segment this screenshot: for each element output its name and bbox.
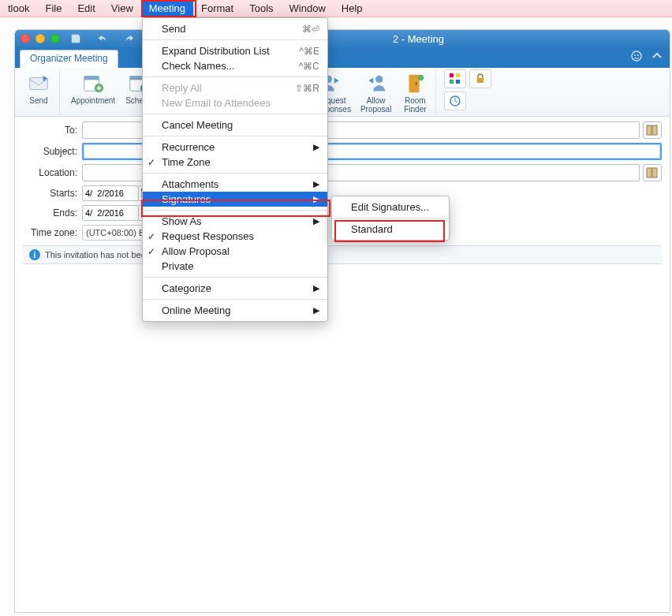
- svg-point-18: [418, 74, 424, 80]
- svg-rect-26: [652, 125, 657, 135]
- submenu-arrow-icon: ▶: [313, 194, 319, 204]
- menu-edit[interactable]: Edit: [69, 0, 103, 17]
- traffic-light-close[interactable]: [21, 34, 30, 43]
- menu-signatures[interactable]: Signatures▶: [143, 192, 327, 207]
- svg-point-5: [637, 54, 639, 56]
- menu-online-meeting[interactable]: Online Meeting▶: [143, 303, 327, 318]
- svg-rect-25: [647, 125, 651, 135]
- menu-check-names[interactable]: Check Names...^⌘C: [143, 58, 327, 73]
- address-book-button[interactable]: [643, 121, 662, 139]
- room-picker-button[interactable]: [643, 164, 662, 181]
- send-label: Send: [29, 96, 47, 105]
- timezone-label: Time zone:: [23, 227, 82, 238]
- location-label: Location:: [23, 167, 82, 178]
- appointment-label: Appointment: [71, 96, 115, 105]
- submenu-arrow-icon: ▶: [313, 283, 319, 293]
- menu-send[interactable]: Send⌘⏎: [143, 21, 327, 36]
- menu-file[interactable]: File: [37, 0, 69, 17]
- allow-proposal-label: Allow Proposal: [360, 96, 391, 114]
- svg-rect-20: [456, 73, 460, 77]
- shortcut-text: ⌘⏎: [302, 24, 319, 35]
- app-menu-outlook[interactable]: tlook: [0, 0, 37, 17]
- menu-format[interactable]: Format: [193, 0, 241, 17]
- menu-recurrence[interactable]: Recurrence▶: [143, 140, 327, 155]
- tab-organizer-meeting[interactable]: Organizer Meeting: [20, 50, 118, 68]
- send-icon: [26, 71, 51, 96]
- room-finder-button[interactable]: Room Finder: [398, 69, 432, 115]
- menu-private[interactable]: Private: [143, 259, 327, 274]
- meeting-menu: Send⌘⏎ Expand Distribution List^⌘E Check…: [142, 17, 328, 322]
- door-icon: [402, 71, 427, 96]
- timezone-button[interactable]: [444, 91, 466, 110]
- ribbon-tabbar: Organizer Meeting: [15, 47, 670, 68]
- menu-help[interactable]: Help: [334, 0, 371, 17]
- ribbon: Send Appointment Schedu Busy Minutes: [15, 68, 670, 117]
- submenu-standard[interactable]: Standard: [332, 222, 449, 237]
- ends-label: Ends:: [23, 207, 82, 218]
- checkmark-icon: ✓: [147, 231, 155, 242]
- svg-rect-21: [450, 80, 454, 84]
- checkmark-icon: ✓: [147, 246, 155, 257]
- invitation-notice: i This invitation has not bee: [23, 245, 662, 264]
- menu-attachments[interactable]: Attachments▶: [143, 177, 327, 192]
- person-arrow-back-icon: [364, 71, 389, 96]
- notice-text: This invitation has not bee: [45, 250, 146, 259]
- menu-tools[interactable]: Tools: [241, 0, 281, 17]
- private-button[interactable]: [469, 69, 491, 88]
- submenu-edit-signatures[interactable]: Edit Signatures...: [332, 200, 449, 215]
- svg-point-4: [634, 54, 636, 56]
- categorize-button[interactable]: [444, 69, 466, 88]
- menu-expand-distribution[interactable]: Expand Distribution List^⌘E: [143, 43, 327, 58]
- menu-time-zone[interactable]: ✓Time Zone: [143, 155, 327, 170]
- calendar-plus-icon: [80, 71, 106, 96]
- emoji-icon[interactable]: [630, 50, 643, 65]
- svg-point-17: [416, 82, 418, 84]
- menu-view[interactable]: View: [103, 0, 141, 17]
- submenu-arrow-icon: ▶: [313, 305, 319, 315]
- traffic-light-zoom[interactable]: [50, 34, 60, 43]
- menu-meeting[interactable]: Meeting: [141, 0, 193, 17]
- menu-new-email-attendees: New Email to Attendees: [143, 95, 327, 110]
- shortcut-text: ^⌘C: [299, 61, 319, 72]
- svg-point-15: [375, 75, 383, 82]
- mac-menubar: tlook File Edit View Meeting Format Tool…: [0, 0, 672, 17]
- timezone-value: (UTC+08:00) B: [86, 228, 144, 237]
- shortcut-text: ^⌘E: [299, 46, 319, 57]
- room-finder-label: Room Finder: [404, 96, 426, 114]
- menu-categorize[interactable]: Categorize▶: [143, 281, 327, 296]
- signatures-submenu: Edit Signatures... Standard: [331, 196, 450, 241]
- menu-reply-all: Reply All⇧⌘R: [143, 80, 327, 95]
- svg-rect-28: [652, 168, 657, 177]
- submenu-arrow-icon: ▶: [313, 142, 319, 152]
- quick-redo-icon[interactable]: [118, 30, 140, 47]
- menu-allow-proposal[interactable]: ✓Allow Proposal: [143, 244, 327, 259]
- svg-point-3: [632, 51, 641, 61]
- subject-label: Subject:: [23, 146, 82, 157]
- quick-save-icon[interactable]: [65, 30, 87, 47]
- svg-rect-27: [647, 168, 651, 177]
- menu-show-as[interactable]: Show As▶: [143, 214, 327, 229]
- allow-proposal-button[interactable]: Allow Proposal: [357, 69, 394, 115]
- submenu-arrow-icon: ▶: [313, 179, 319, 189]
- submenu-arrow-icon: ▶: [313, 216, 319, 226]
- message-body[interactable]: [15, 264, 670, 603]
- collapse-ribbon-icon[interactable]: [651, 50, 663, 65]
- svg-rect-24: [477, 78, 483, 83]
- checkmark-icon: ✓: [147, 157, 155, 168]
- svg-rect-8: [84, 76, 99, 80]
- meeting-form: To: Subject: Location: Starts: Ends: Tim…: [15, 117, 670, 264]
- svg-rect-19: [450, 73, 454, 77]
- svg-rect-16: [409, 74, 420, 92]
- menu-request-responses[interactable]: ✓Request Responses: [143, 229, 327, 244]
- end-date-input[interactable]: [82, 205, 139, 221]
- appointment-button[interactable]: Appointment: [68, 69, 118, 106]
- menu-window[interactable]: Window: [282, 0, 334, 17]
- shortcut-text: ⇧⌘R: [295, 83, 319, 94]
- traffic-light-minimize[interactable]: [35, 34, 45, 43]
- quick-undo-icon[interactable]: [91, 30, 114, 47]
- to-label: To:: [23, 125, 82, 136]
- send-button[interactable]: Send: [21, 69, 56, 106]
- start-date-input[interactable]: [82, 185, 139, 201]
- info-icon: i: [29, 249, 40, 260]
- menu-cancel-meeting[interactable]: Cancel Meeting: [143, 118, 327, 133]
